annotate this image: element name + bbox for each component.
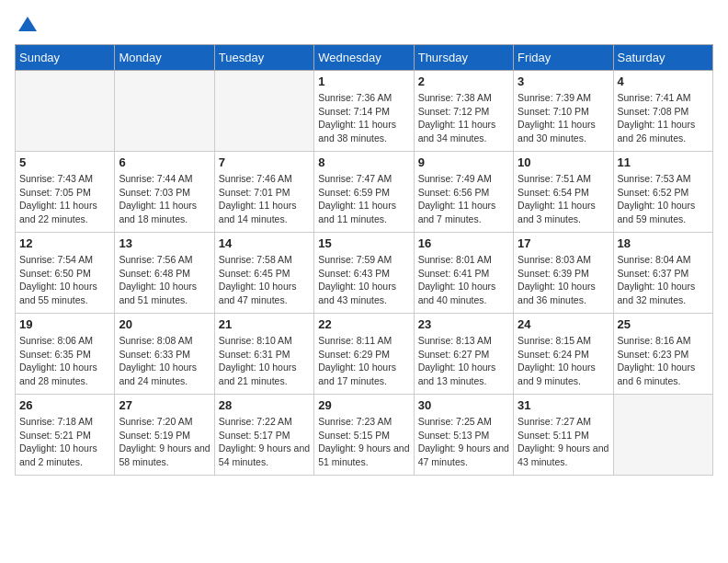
day-number: 10: [518, 155, 609, 169]
day-info: Sunrise: 7:51 AM Sunset: 6:54 PM Dayligh…: [518, 172, 609, 226]
day-info: Sunrise: 7:41 AM Sunset: 7:08 PM Dayligh…: [618, 91, 709, 145]
day-info: Sunrise: 7:54 AM Sunset: 6:50 PM Dayligh…: [19, 253, 110, 307]
day-info: Sunrise: 7:44 AM Sunset: 7:03 PM Dayligh…: [119, 172, 210, 226]
day-info: Sunrise: 8:10 AM Sunset: 6:31 PM Dayligh…: [219, 334, 310, 388]
day-number: 22: [318, 317, 409, 331]
calendar-cell: 1Sunrise: 7:36 AM Sunset: 7:14 PM Daylig…: [314, 71, 414, 152]
calendar-cell: [16, 71, 115, 152]
day-number: 2: [418, 75, 509, 88]
day-number: 29: [318, 398, 409, 412]
day-info: Sunrise: 8:03 AM Sunset: 6:39 PM Dayligh…: [518, 253, 609, 307]
weekday-header: Sunday: [16, 45, 115, 71]
day-info: Sunrise: 7:25 AM Sunset: 5:13 PM Dayligh…: [418, 415, 509, 469]
calendar-cell: 29Sunrise: 7:23 AM Sunset: 5:15 PM Dayli…: [314, 395, 414, 476]
calendar-cell: 4Sunrise: 7:41 AM Sunset: 7:08 PM Daylig…: [613, 71, 712, 152]
day-info: Sunrise: 8:13 AM Sunset: 6:27 PM Dayligh…: [418, 334, 509, 388]
day-info: Sunrise: 7:27 AM Sunset: 5:11 PM Dayligh…: [518, 415, 609, 469]
calendar-cell: 20Sunrise: 8:08 AM Sunset: 6:33 PM Dayli…: [115, 314, 214, 395]
calendar-cell: 15Sunrise: 7:59 AM Sunset: 6:43 PM Dayli…: [314, 233, 414, 314]
day-info: Sunrise: 7:47 AM Sunset: 6:59 PM Dayligh…: [318, 172, 409, 226]
day-info: Sunrise: 7:46 AM Sunset: 7:01 PM Dayligh…: [219, 172, 310, 226]
weekday-header: Monday: [115, 45, 214, 71]
day-number: 27: [119, 398, 210, 412]
calendar-cell: 12Sunrise: 7:54 AM Sunset: 6:50 PM Dayli…: [16, 233, 115, 314]
calendar-cell: 27Sunrise: 7:20 AM Sunset: 5:19 PM Dayli…: [115, 395, 214, 476]
weekday-header: Friday: [514, 45, 613, 71]
weekday-header: Wednesday: [314, 45, 414, 71]
day-number: 30: [418, 398, 509, 412]
calendar-week-row: 5Sunrise: 7:43 AM Sunset: 7:05 PM Daylig…: [16, 152, 713, 233]
day-info: Sunrise: 7:56 AM Sunset: 6:48 PM Dayligh…: [119, 253, 210, 307]
day-number: 12: [19, 236, 110, 250]
day-number: 8: [318, 155, 409, 169]
day-info: Sunrise: 8:04 AM Sunset: 6:37 PM Dayligh…: [618, 253, 709, 307]
day-info: Sunrise: 7:20 AM Sunset: 5:19 PM Dayligh…: [119, 415, 210, 469]
weekday-header-row: SundayMondayTuesdayWednesdayThursdayFrid…: [16, 45, 713, 71]
day-number: 9: [418, 155, 509, 169]
day-number: 1: [318, 75, 409, 88]
logo: [15, 15, 39, 33]
day-number: 19: [19, 317, 110, 331]
calendar-cell: 5Sunrise: 7:43 AM Sunset: 7:05 PM Daylig…: [16, 152, 115, 233]
day-number: 18: [618, 236, 709, 250]
day-number: 17: [518, 236, 609, 250]
day-number: 4: [618, 75, 709, 88]
calendar-cell: 26Sunrise: 7:18 AM Sunset: 5:21 PM Dayli…: [16, 395, 115, 476]
calendar-week-row: 19Sunrise: 8:06 AM Sunset: 6:35 PM Dayli…: [16, 314, 713, 395]
calendar-cell: 16Sunrise: 8:01 AM Sunset: 6:41 PM Dayli…: [414, 233, 513, 314]
calendar-body: 1Sunrise: 7:36 AM Sunset: 7:14 PM Daylig…: [16, 71, 713, 476]
calendar-cell: 22Sunrise: 8:11 AM Sunset: 6:29 PM Dayli…: [314, 314, 414, 395]
calendar-table: SundayMondayTuesdayWednesdayThursdayFrid…: [15, 44, 713, 476]
calendar-cell: 6Sunrise: 7:44 AM Sunset: 7:03 PM Daylig…: [115, 152, 214, 233]
calendar-cell: 23Sunrise: 8:13 AM Sunset: 6:27 PM Dayli…: [414, 314, 513, 395]
day-number: 26: [19, 398, 110, 412]
day-number: 20: [119, 317, 210, 331]
calendar-week-row: 12Sunrise: 7:54 AM Sunset: 6:50 PM Dayli…: [16, 233, 713, 314]
day-number: 3: [518, 75, 609, 88]
day-info: Sunrise: 7:58 AM Sunset: 6:45 PM Dayligh…: [219, 253, 310, 307]
calendar-cell: 28Sunrise: 7:22 AM Sunset: 5:17 PM Dayli…: [214, 395, 313, 476]
calendar-cell: 18Sunrise: 8:04 AM Sunset: 6:37 PM Dayli…: [613, 233, 712, 314]
calendar-cell: 3Sunrise: 7:39 AM Sunset: 7:10 PM Daylig…: [514, 71, 613, 152]
day-info: Sunrise: 7:49 AM Sunset: 6:56 PM Dayligh…: [418, 172, 509, 226]
day-number: 31: [518, 398, 609, 412]
day-info: Sunrise: 7:38 AM Sunset: 7:12 PM Dayligh…: [418, 91, 509, 145]
calendar-cell: 24Sunrise: 8:15 AM Sunset: 6:24 PM Dayli…: [514, 314, 613, 395]
calendar-week-row: 26Sunrise: 7:18 AM Sunset: 5:21 PM Dayli…: [16, 395, 713, 476]
weekday-header: Tuesday: [214, 45, 313, 71]
calendar-cell: 19Sunrise: 8:06 AM Sunset: 6:35 PM Dayli…: [16, 314, 115, 395]
day-info: Sunrise: 7:36 AM Sunset: 7:14 PM Dayligh…: [318, 91, 409, 145]
calendar-cell: 21Sunrise: 8:10 AM Sunset: 6:31 PM Dayli…: [214, 314, 313, 395]
calendar-cell: 30Sunrise: 7:25 AM Sunset: 5:13 PM Dayli…: [414, 395, 513, 476]
calendar-cell: 25Sunrise: 8:16 AM Sunset: 6:23 PM Dayli…: [613, 314, 712, 395]
weekday-header: Saturday: [613, 45, 712, 71]
calendar-cell: [214, 71, 313, 152]
weekday-header: Thursday: [414, 45, 513, 71]
day-info: Sunrise: 7:43 AM Sunset: 7:05 PM Dayligh…: [19, 172, 110, 226]
day-info: Sunrise: 8:15 AM Sunset: 6:24 PM Dayligh…: [518, 334, 609, 388]
day-info: Sunrise: 7:59 AM Sunset: 6:43 PM Dayligh…: [318, 253, 409, 307]
day-info: Sunrise: 7:18 AM Sunset: 5:21 PM Dayligh…: [19, 415, 110, 469]
day-info: Sunrise: 7:39 AM Sunset: 7:10 PM Dayligh…: [518, 91, 609, 145]
day-number: 11: [618, 155, 709, 169]
calendar-cell: [613, 395, 712, 476]
day-info: Sunrise: 8:08 AM Sunset: 6:33 PM Dayligh…: [119, 334, 210, 388]
day-info: Sunrise: 8:06 AM Sunset: 6:35 PM Dayligh…: [19, 334, 110, 388]
day-info: Sunrise: 8:11 AM Sunset: 6:29 PM Dayligh…: [318, 334, 409, 388]
day-number: 7: [219, 155, 310, 169]
day-number: 14: [219, 236, 310, 250]
day-info: Sunrise: 7:23 AM Sunset: 5:15 PM Dayligh…: [318, 415, 409, 469]
calendar-cell: 7Sunrise: 7:46 AM Sunset: 7:01 PM Daylig…: [214, 152, 313, 233]
calendar-cell: 31Sunrise: 7:27 AM Sunset: 5:11 PM Dayli…: [514, 395, 613, 476]
calendar-cell: 8Sunrise: 7:47 AM Sunset: 6:59 PM Daylig…: [314, 152, 414, 233]
day-number: 16: [418, 236, 509, 250]
calendar-cell: 13Sunrise: 7:56 AM Sunset: 6:48 PM Dayli…: [115, 233, 214, 314]
day-info: Sunrise: 8:01 AM Sunset: 6:41 PM Dayligh…: [418, 253, 509, 307]
day-info: Sunrise: 7:22 AM Sunset: 5:17 PM Dayligh…: [219, 415, 310, 469]
day-info: Sunrise: 8:16 AM Sunset: 6:23 PM Dayligh…: [618, 334, 709, 388]
day-number: 15: [318, 236, 409, 250]
logo-icon: [17, 15, 39, 37]
day-number: 13: [119, 236, 210, 250]
page-header: [15, 15, 713, 33]
day-number: 25: [618, 317, 709, 331]
